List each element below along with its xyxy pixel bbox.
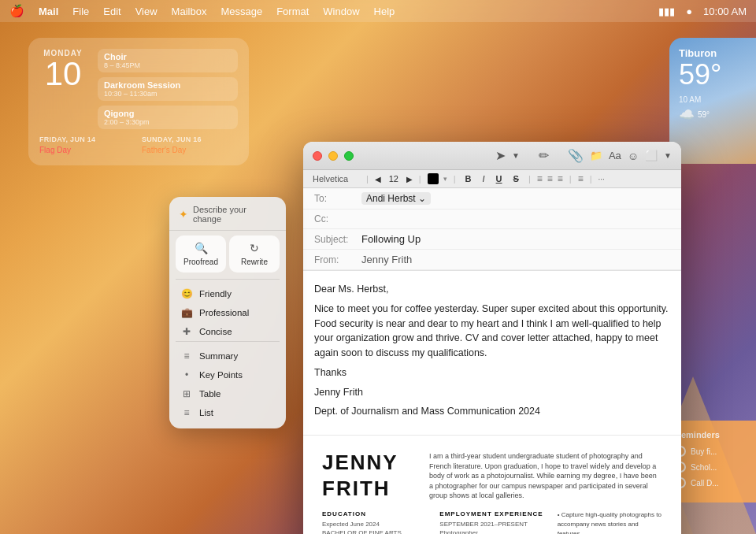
cv-bio: I am a third-year student undergraduate … xyxy=(429,451,662,502)
rewrite-button[interactable]: ↻ Rewrite xyxy=(229,235,280,273)
mail-subject-value[interactable]: Following Up xyxy=(361,233,421,245)
photo-dropdown-icon[interactable]: ▼ xyxy=(664,151,672,160)
mail-greeting: Dear Ms. Herbst, xyxy=(314,282,670,297)
cv-bullet-0: Capture high-quality photographs to acco… xyxy=(558,510,662,534)
calendar-flag-day-title: Flag Day xyxy=(39,146,135,154)
calendar-flag-day: FRIDAY, JUN 14 Flag Day xyxy=(39,135,135,154)
calendar-event-qigong: Qigong 2:00 – 3:30pm xyxy=(98,106,238,129)
fmt-sep5: | xyxy=(569,174,572,184)
calendar-date-display: MONDAY 10 xyxy=(39,49,87,129)
wt-professional[interactable]: 💼 Professional xyxy=(169,303,286,322)
proofread-button[interactable]: 🔍 Proofread xyxy=(176,235,226,273)
reminder-item-1: Buy fi... xyxy=(675,446,747,457)
more-fmt-icon[interactable]: ··· xyxy=(598,175,605,184)
rewrite-icon: ↻ xyxy=(250,242,259,254)
menubar-app-name[interactable]: Mail xyxy=(39,6,58,17)
calendar-event-darkroom: Darkroom Session 10:30 – 11:30am xyxy=(98,77,238,101)
send-icon[interactable]: ➤ xyxy=(495,148,506,163)
menubar-file[interactable]: File xyxy=(72,6,89,17)
apple-menu[interactable]: 🍎 xyxy=(9,4,24,18)
font-size-up[interactable]: ▶ xyxy=(406,175,413,184)
writing-tools-divider2 xyxy=(176,341,280,342)
cv-attachment: JENNY FRITH I am a third-year student un… xyxy=(303,435,681,534)
menubar-battery: ▮▮▮ xyxy=(658,6,675,17)
mail-to-value[interactable]: Andi Herbst ⌄ xyxy=(361,192,431,205)
font-size-down[interactable]: ◀ xyxy=(375,175,381,184)
reminder-item-2: Schol... xyxy=(675,462,747,473)
menubar-view[interactable]: View xyxy=(135,6,158,17)
wt-concise[interactable]: ✚ Concise xyxy=(169,322,286,341)
calendar-event-choir: Choir 8 – 8:45PM xyxy=(98,49,238,72)
menubar-edit[interactable]: Edit xyxy=(103,6,120,17)
attachment-icon[interactable]: 📎 xyxy=(568,148,584,163)
folder-icon[interactable]: 📁 xyxy=(590,150,602,161)
menubar: 🍎 Mail File Edit View Mailbox Message Fo… xyxy=(0,0,756,22)
wt-keypoints[interactable]: • Key Points xyxy=(169,365,286,384)
send-dropdown-icon[interactable]: ▼ xyxy=(512,151,520,160)
wt-friendly[interactable]: 😊 Friendly xyxy=(169,284,286,303)
list-label: List xyxy=(199,408,213,417)
wt-list[interactable]: ≡ List xyxy=(169,403,286,422)
calendar-fathers-day-title: Father's Day xyxy=(142,146,238,154)
cv-education-col: EDUCATION Expected June 2024 BACHELOR OF… xyxy=(322,510,427,534)
calendar-header: MONDAY 10 Choir 8 – 8:45PM Darkroom Sess… xyxy=(39,49,238,129)
summary-icon: ≡ xyxy=(180,350,193,362)
underline-button[interactable]: U xyxy=(493,173,506,184)
mail-cc-label: Cc: xyxy=(314,213,361,224)
wt-table[interactable]: ⊞ Table xyxy=(169,384,286,403)
keypoints-label: Key Points xyxy=(199,370,243,380)
weather-condition-icon: ☁️ xyxy=(679,107,695,122)
color-chevron[interactable]: ▾ xyxy=(443,175,447,183)
font-icon[interactable]: Aa xyxy=(609,150,621,161)
menubar-mailbox[interactable]: Mailbox xyxy=(172,6,207,17)
list-icon[interactable]: ≡ xyxy=(578,173,584,184)
align-center-icon[interactable]: ≡ xyxy=(547,173,553,184)
reminder-item-3: Call D... xyxy=(675,477,747,488)
mail-body[interactable]: Dear Ms. Herbst, Nice to meet you for co… xyxy=(303,271,681,435)
bold-button[interactable]: B xyxy=(462,173,475,184)
font-selector[interactable]: Helvetica xyxy=(313,174,360,184)
compose-icon[interactable]: ✏ xyxy=(539,148,549,163)
font-size-value[interactable]: 12 xyxy=(386,174,402,184)
cv-bullets-col: Capture high-quality photographs to acco… xyxy=(558,510,662,534)
keypoints-icon: • xyxy=(180,369,193,380)
mail-to-row: To: Andi Herbst ⌄ xyxy=(303,188,681,210)
menubar-message[interactable]: Message xyxy=(220,6,262,17)
mail-sig-name: Jenny Frith xyxy=(314,385,670,400)
italic-button[interactable]: I xyxy=(480,173,488,184)
calendar-upcoming-events: FRIDAY, JUN 14 Flag Day SUNDAY, JUN 16 F… xyxy=(39,135,238,154)
writing-tools-divider xyxy=(176,279,280,280)
weather-location: Tiburon xyxy=(679,47,747,59)
calendar-event-choir-time: 8 – 8:45PM xyxy=(104,61,232,69)
strikethrough-button[interactable]: S xyxy=(510,173,522,184)
mail-formatting-bar: Helvetica | ◀ 12 ▶ | ▾ | B I U S | ≡ ≡ ≡… xyxy=(303,170,681,188)
mail-paragraph: Nice to meet you for coffee yesterday. S… xyxy=(314,302,670,361)
wt-summary[interactable]: ≡ Summary xyxy=(169,347,286,365)
menubar-window[interactable]: Window xyxy=(323,6,359,17)
font-color-picker[interactable] xyxy=(428,173,439,184)
cv-layout: JENNY FRITH I am a third-year student un… xyxy=(322,451,662,502)
align-right-icon[interactable]: ≡ xyxy=(558,173,563,184)
menubar-help[interactable]: Help xyxy=(374,6,395,17)
fmt-sep4: | xyxy=(528,174,531,184)
calendar-event-qigong-time: 2:00 – 3:30pm xyxy=(104,118,232,126)
menubar-wifi: ● xyxy=(686,6,692,17)
emoji-icon[interactable]: ☺ xyxy=(628,150,639,162)
minimize-button[interactable] xyxy=(328,151,338,161)
professional-label: Professional xyxy=(199,308,249,317)
photo-icon[interactable]: ⬜ xyxy=(645,150,658,161)
cv-employment-title: EMPLOYMENT EXPERIENCE xyxy=(439,510,544,517)
friendly-icon: 😊 xyxy=(180,288,193,299)
cv-education-item-1: BACHELOR OF FINE ARTS xyxy=(322,528,427,534)
mail-from-value: Jenny Frith xyxy=(361,254,412,265)
rewrite-label: Rewrite xyxy=(241,258,268,266)
friendly-label: Friendly xyxy=(199,289,232,299)
reminder-text-3: Call D... xyxy=(691,479,719,488)
mail-toolbar: ➤ ▼ ✏ 📎 📁 Aa ☺ ⬜ ▼ xyxy=(372,148,672,163)
maximize-button[interactable] xyxy=(344,151,354,161)
font-sep: | xyxy=(366,174,369,184)
align-left-icon[interactable]: ≡ xyxy=(537,173,543,184)
menubar-format[interactable]: Format xyxy=(276,6,309,17)
close-button[interactable] xyxy=(313,151,322,161)
calendar-event-darkroom-time: 10:30 – 11:30am xyxy=(104,90,232,98)
